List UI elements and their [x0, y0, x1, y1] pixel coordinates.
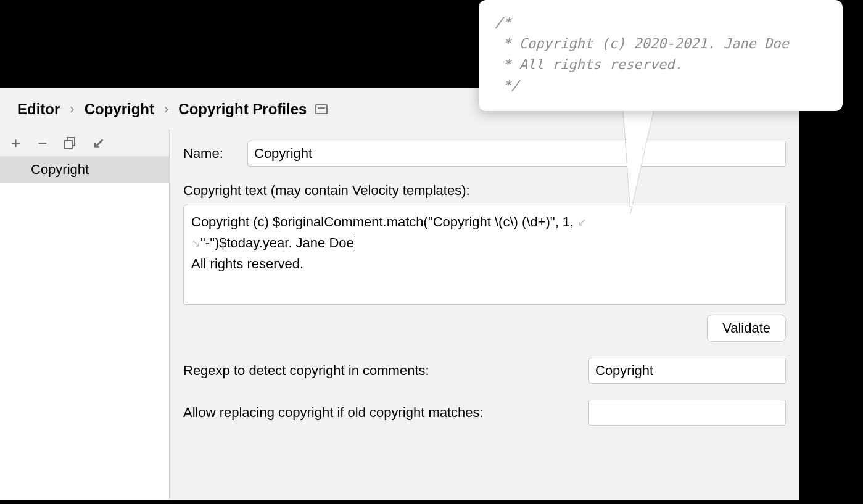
chevron-right-icon: ›	[164, 101, 168, 117]
allow-replace-input[interactable]	[588, 400, 786, 426]
copyright-text-line2: All rights reserved.	[191, 256, 303, 271]
chevron-right-icon: ›	[70, 101, 74, 117]
breadcrumb-item-editor[interactable]: Editor	[17, 101, 60, 118]
preview-line: * Copyright (c) 2020-2021. Jane Doe	[495, 36, 789, 51]
copy-button[interactable]	[64, 137, 75, 149]
list-item[interactable]: Copyright	[0, 157, 169, 183]
copy-icon	[64, 137, 75, 149]
name-label: Name:	[183, 146, 247, 162]
preview-line: /*	[495, 15, 511, 30]
import-button[interactable]: ↙	[93, 136, 105, 151]
regex-detect-input[interactable]	[588, 358, 786, 384]
soft-wrap-icon: ↘	[191, 237, 200, 249]
add-button[interactable]: +	[11, 135, 20, 151]
window-icon[interactable]	[315, 104, 328, 114]
text-cursor	[355, 236, 355, 251]
settings-panel: Editor › Copyright › Copyright Profiles …	[0, 88, 799, 500]
copyright-text-line1b: "-")$today.year. Jane Doe	[200, 235, 354, 250]
validate-button[interactable]: Validate	[707, 315, 786, 342]
preview-tooltip: /* * Copyright (c) 2020-2021. Jane Doe *…	[479, 0, 843, 111]
preview-line: * All rights reserved.	[495, 57, 683, 72]
profiles-sidebar: + − ↙ Copyright	[0, 130, 170, 500]
copyright-text-label: Copyright text (may contain Velocity tem…	[183, 183, 786, 199]
preview-line: */	[495, 78, 519, 93]
svg-marker-0	[623, 110, 654, 213]
copyright-text-input[interactable]: Copyright (c) $originalComment.match("Co…	[183, 205, 786, 305]
panel-body: + − ↙ Copyright Name: Copyright text (ma…	[0, 130, 799, 500]
copyright-text-line1a: Copyright (c) $originalComment.match("Co…	[191, 214, 577, 229]
allow-replace-label: Allow replacing copyright if old copyrig…	[183, 405, 588, 421]
name-input[interactable]	[247, 141, 786, 167]
soft-wrap-icon: ↙	[577, 216, 587, 228]
breadcrumb-item-copyright-profiles[interactable]: Copyright Profiles	[178, 101, 307, 118]
tooltip-tail-icon	[623, 110, 666, 215]
sidebar-toolbar: + − ↙	[0, 130, 169, 157]
profile-editor-form: Name: Copyright text (may contain Veloci…	[170, 130, 799, 500]
regex-detect-label: Regexp to detect copyright in comments:	[183, 363, 588, 379]
profiles-list[interactable]: Copyright	[0, 157, 169, 500]
remove-button[interactable]: −	[38, 135, 47, 151]
breadcrumb-item-copyright[interactable]: Copyright	[85, 101, 154, 118]
